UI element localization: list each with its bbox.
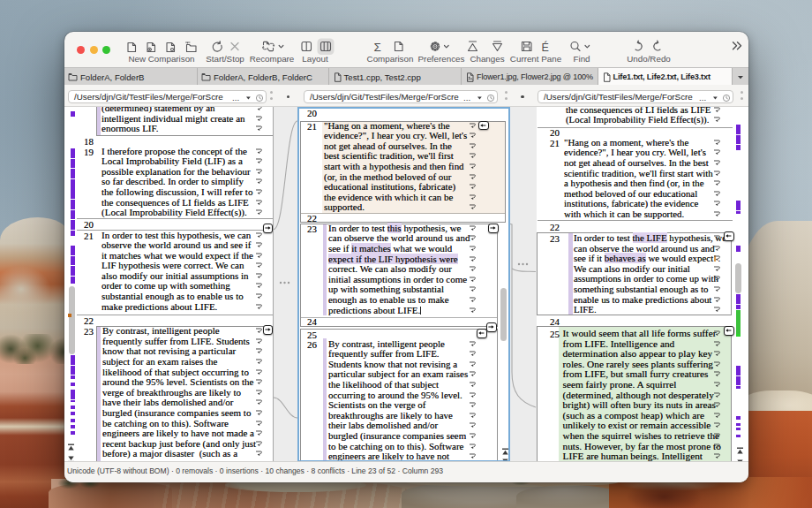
svg-text:Σ: Σ (374, 41, 381, 54)
svg-text:É: É (542, 41, 549, 54)
